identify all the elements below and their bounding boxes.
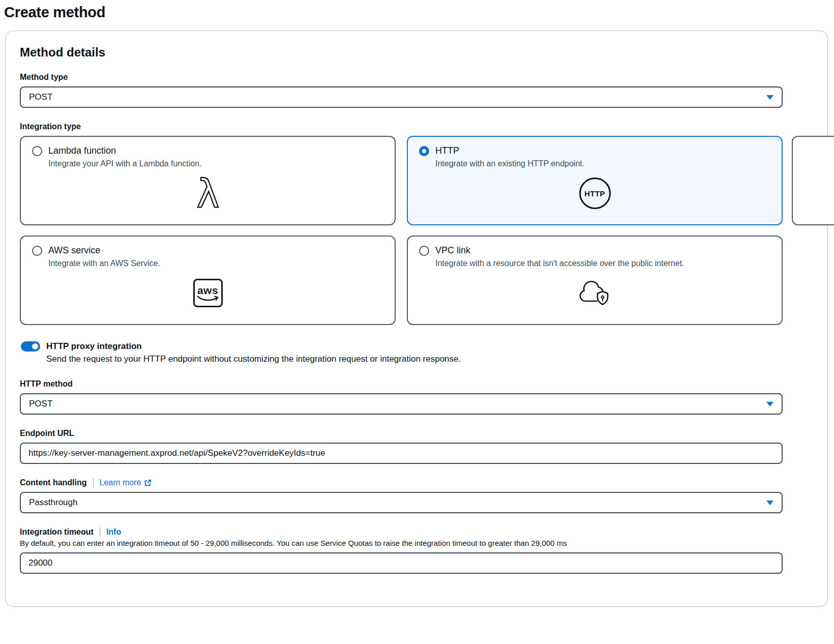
endpoint-url-field: Endpoint URL [20,429,813,464]
tile-title: AWS service [48,245,100,256]
aws-icon: aws [32,268,383,317]
http-method-select[interactable]: POST [20,393,783,415]
proxy-integration-field: HTTP proxy integration Send the request … [20,341,813,364]
section-heading: Method details [20,45,813,60]
integration-timeout-field: Integration timeout Info By default, you… [20,528,813,574]
radio-button[interactable] [32,146,42,156]
method-type-field: Method type POST [20,73,813,108]
learn-more-link[interactable]: Learn more [100,478,152,487]
content-handling-select[interactable]: Passthrough [20,492,783,513]
integration-type-label: Integration type [20,122,81,131]
method-type-label: Method type [20,73,68,82]
method-type-value: POST [29,92,52,102]
http-proxy-toggle-description: Send the request to your HTTP endpoint w… [46,354,813,364]
integration-type-field: Integration type Lambda function Integra… [20,122,813,325]
radio-button[interactable] [32,246,42,256]
info-link[interactable]: Info [106,528,121,537]
content-handling-field: Content handling Learn more Passthrough [20,478,813,513]
content-handling-label: Content handling [20,478,87,487]
tile-title: Lambda function [48,145,116,156]
tile-description: Integrate with a resource that isn't acc… [435,259,770,268]
http-icon: HTTP [419,168,770,217]
svg-text:λ: λ [196,174,219,213]
endpoint-url-input[interactable] [20,443,783,464]
integration-type-tiles: Lambda function Integrate your API with … [20,136,783,325]
endpoint-url-label: Endpoint URL [20,429,74,438]
integration-timeout-input[interactable] [20,552,783,574]
content-handling-value: Passthrough [29,497,77,508]
integration-timeout-label: Integration timeout [20,528,94,537]
tile-description: Integrate your API with a Lambda functio… [48,159,383,168]
radio-button-selected[interactable] [419,146,429,156]
chevron-down-icon [766,95,773,100]
page-title: Create method [4,4,834,21]
method-type-select[interactable]: POST [20,86,783,108]
tile-description: Integrate with an existing HTTP endpoint… [435,159,770,168]
http-method-label: HTTP method [20,379,73,389]
tile-title: HTTP [435,145,459,156]
vpc-link-icon [419,268,770,317]
http-method-value: POST [29,399,52,409]
divider [93,478,94,487]
external-link-icon [144,479,152,487]
tile-vpc-link[interactable]: VPC link Integrate with a resource that … [407,236,783,325]
tile-title: VPC link [435,245,470,256]
http-proxy-toggle[interactable] [21,341,40,352]
http-proxy-toggle-label: HTTP proxy integration [46,341,142,352]
tile-aws-service[interactable]: AWS service Integrate with an AWS Servic… [20,236,396,325]
integration-timeout-description: By default, you can enter an integration… [20,539,813,547]
radio-button[interactable] [419,246,429,256]
tile-http[interactable]: HTTP Integrate with an existing HTTP end… [407,136,783,225]
tile-lambda-function[interactable]: Lambda function Integrate your API with … [20,136,396,225]
chevron-down-icon [766,402,773,406]
tile-partial[interactable] [792,136,834,225]
method-details-panel: Method details Method type POST Integrat… [5,31,828,607]
toggle-knob [32,343,38,349]
chevron-down-icon [766,501,773,505]
tile-description: Integrate with an AWS Service. [48,259,383,268]
divider [100,528,100,537]
http-method-field: HTTP method POST [20,379,813,415]
lambda-icon: λ [32,168,383,217]
